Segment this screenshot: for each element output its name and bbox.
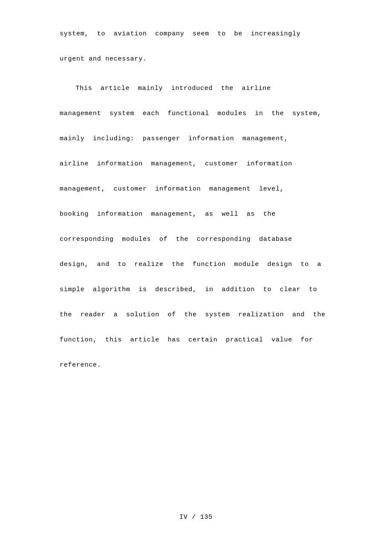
paragraph-1: system, to aviation company seem to be i… (60, 26, 332, 42)
page-footer: IV / 135 (60, 497, 332, 521)
paragraph-2-line-10: the reader a solution of the system real… (60, 306, 332, 323)
document-page: system, to aviation company seem to be i… (0, 0, 392, 555)
paragraph-2-line-7: corresponding modules of the correspondi… (60, 231, 332, 248)
paragraph-2-line-2: management system each functional module… (60, 105, 332, 122)
paragraph-2-line-6: booking information management, as well … (60, 206, 332, 223)
paragraph-2-line-12: reference. (60, 357, 332, 373)
paragraph-2-line-8: design, and to realize the function modu… (60, 256, 332, 273)
paragraph-2-line-4: airline information management, customer… (60, 156, 332, 172)
paragraph-2-line-11: function, this article has certain pract… (60, 332, 332, 348)
paragraph-2-line-5: management, customer information managem… (60, 181, 332, 197)
page-number: IV / 135 (179, 514, 213, 521)
paragraph-2-line-3: mainly including: passenger information … (60, 130, 332, 147)
paragraph-2-line-1: This article mainly introduced the airli… (60, 80, 332, 97)
paragraph-1-cont: urgent and necessary. (60, 51, 332, 67)
paragraph-2-line-9: simple algorithm is described, in additi… (60, 281, 332, 298)
content-area: system, to aviation company seem to be i… (60, 26, 332, 497)
